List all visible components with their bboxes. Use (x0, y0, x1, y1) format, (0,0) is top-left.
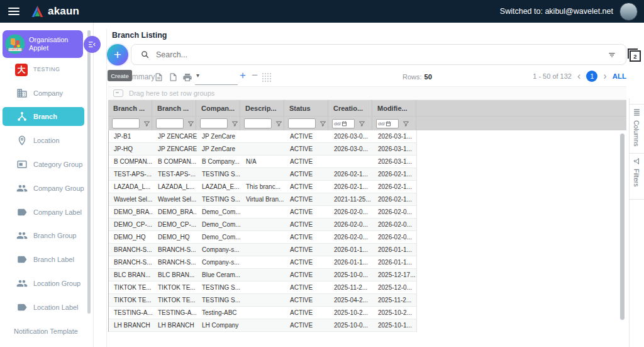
column-header-5[interactable]: Creatio... (328, 100, 372, 116)
pagination-range: 1 - 50 of 132 (533, 72, 572, 80)
table-row-11[interactable]: BLC BRAN...BLC BRAN...Blue Ceram...ACTIV… (109, 269, 416, 282)
table-cell: 2026-03-0... (329, 130, 373, 142)
table-row-14[interactable]: TESTING-A...TESTING-A...Testing-ABCACTIV… (109, 307, 416, 319)
table-row-9[interactable]: BRANCH-S...BRANCH-S...Company-s...ACTIVE… (109, 244, 416, 256)
filter-input-0[interactable] (112, 118, 140, 128)
table-row-15[interactable]: LH BRANCHLH BRANCHLH CompanyACTIVE2025-1… (109, 319, 416, 332)
sidebar-item-company-label[interactable]: Company Label (0, 200, 93, 224)
sidebar-item-label: Company Group (33, 185, 84, 192)
zoom-out-icon[interactable]: − (252, 69, 258, 82)
tab-filters[interactable]: Filters (630, 153, 644, 200)
search-input[interactable] (155, 50, 602, 60)
page-size-select[interactable]: ▾ (195, 69, 238, 85)
sidebar-item-label: Location Group (33, 280, 80, 287)
row-group-drop-zone[interactable]: Drag here to set row groups (108, 86, 626, 100)
sidebar-item-label: TESTING (33, 66, 60, 72)
sidebar-item-location[interactable]: Location (0, 128, 93, 152)
prev-page-icon[interactable]: ‹ (577, 71, 580, 82)
filter-funnel-icon[interactable] (358, 120, 365, 127)
sidebar-item-company-group[interactable]: Company Group (0, 176, 93, 200)
sidebar-item-label: Location (33, 137, 60, 144)
sidebar-item-branch[interactable]: Branch (0, 105, 93, 129)
table-row-2[interactable]: B COMPAN...B COMPAN...B Company...N/AACT… (109, 156, 416, 168)
filter-funnel-icon[interactable] (187, 120, 194, 127)
export-summary-icon[interactable] (154, 72, 164, 82)
hamburger-menu-icon[interactable] (8, 8, 19, 15)
columns-icon (633, 108, 641, 117)
filter-funnel-icon[interactable] (275, 120, 282, 127)
create-button[interactable]: + (107, 44, 128, 65)
brand-name: akaun (48, 5, 79, 18)
sidebar-item-notification-template[interactable]: Notification Template (0, 319, 93, 343)
filter-funnel-icon[interactable] (143, 120, 150, 127)
label-icon (16, 254, 28, 265)
table-cell: 2026-03-1... (373, 130, 417, 142)
table-row-3[interactable]: TEST-APS-...TEST-APS-...TESTING S...ACTI… (109, 168, 416, 181)
table-cell: N/A (241, 156, 285, 168)
table-row-7[interactable]: DEMO_CP-...DEMO_CP-...Demo_Com...ACTIVE2… (109, 219, 416, 231)
table-cell: ACTIVE (285, 282, 329, 293)
date-filter-input-5[interactable]: dd/ (332, 119, 355, 128)
akaun-logo[interactable]: akaun (31, 5, 79, 18)
table-scrollbar[interactable] (620, 134, 625, 320)
sidebar-scrollbar[interactable] (87, 30, 91, 314)
table-row-12[interactable]: TIKTOK TE...TIKTOK TE...TESTING S...ACTI… (109, 282, 416, 294)
filter-list-icon[interactable] (607, 50, 617, 60)
sidebar-collapse-button[interactable] (84, 36, 101, 53)
table-row-4[interactable]: LAZADA_L...LAZADA_L...LAZADA_E...This br… (109, 181, 416, 193)
user-avatar[interactable] (619, 3, 638, 21)
table-row-10[interactable]: BRANCH-S...BRANCH-S...Company-s...ACTIVE… (109, 256, 416, 269)
sidebar-item-location-group[interactable]: Location Group (0, 271, 93, 295)
table-cell: 2025-12-17... (373, 269, 417, 281)
filter-input-2[interactable] (200, 118, 228, 128)
filter-funnel-icon[interactable] (319, 120, 326, 127)
pivot-grid-icon[interactable] (262, 72, 272, 82)
sidebar-item-branch-group[interactable]: Branch Group (0, 224, 93, 248)
sidebar-item-category-group[interactable]: Category Group (0, 152, 93, 176)
table-row-13[interactable]: TIKTOK TE...TIKTOK TE...TESTING S...ACTI… (109, 294, 416, 307)
column-header-6[interactable]: Modifie... (372, 100, 416, 116)
filter-input-3[interactable] (244, 118, 272, 128)
switch-view-icon[interactable]: 2 (630, 50, 641, 62)
table-cell: Demo_Com... (197, 206, 241, 218)
date-filter-input-6[interactable]: dd/ (376, 119, 399, 128)
toolbar: Summary Create ▾ + − Rows:50 1 - 50 of 1… (93, 69, 644, 86)
sidebar-item-testing[interactable]: 大TESTING (0, 57, 93, 81)
table-row-6[interactable]: DEMO_BRA...DEMO_BRA...Demo_Com...ACTIVE2… (109, 206, 416, 219)
table-row-0[interactable]: JP-B1JP ZENCAREJP ZenCareACTIVE2026-03-0… (109, 130, 416, 143)
applet-header[interactable]: ORGANIZATION Organisation Applet (3, 30, 83, 58)
table-cell: Blue Ceram... (197, 269, 241, 281)
column-header-1[interactable]: Branch ... (152, 100, 196, 116)
column-header-4[interactable]: Status (284, 100, 328, 116)
table-row-1[interactable]: JP-HQJP ZENCAREJP ZenCareACTIVE2026-03-0… (109, 143, 416, 156)
column-header-0[interactable]: Branch ... (108, 100, 152, 116)
table-cell: This branc... (241, 181, 285, 193)
column-header-2[interactable]: Compan... (196, 100, 240, 116)
chevron-down-icon: ▾ (196, 72, 199, 79)
table-cell: BLC BRAN... (109, 269, 153, 281)
column-header-3[interactable]: Descrip... (240, 100, 284, 116)
current-page-button[interactable]: 1 (586, 71, 597, 82)
print-icon[interactable] (182, 72, 192, 82)
tab-columns[interactable]: Columns (630, 104, 644, 150)
zoom-in-icon[interactable]: + (240, 69, 246, 82)
sidebar-item-branch-label[interactable]: Branch Label (0, 247, 93, 271)
table-cell (241, 231, 285, 243)
filter-funnel-icon[interactable] (402, 120, 409, 127)
table-row-5[interactable]: Wavelet Sel...Wavelet Sel...TESTING S...… (109, 193, 416, 206)
sidebar-item-company[interactable]: Company (0, 81, 93, 105)
table-cell: DEMO_CP-... (109, 219, 153, 230)
filter-input-4[interactable] (288, 118, 316, 128)
export-file-icon[interactable] (169, 72, 178, 82)
next-page-icon[interactable]: › (603, 71, 606, 82)
table-cell: B COMPAN... (153, 156, 197, 168)
sidebar-item-location-label[interactable]: Location Label (0, 295, 93, 319)
filter-input-1[interactable] (156, 118, 184, 128)
show-all-button[interactable]: ALL (613, 72, 626, 80)
table-cell: 2026-03-1... (373, 156, 417, 168)
filter-funnel-icon[interactable] (231, 120, 238, 127)
filter-cell-6: dd/ (372, 117, 416, 130)
table-row-8[interactable]: DEMO_HQDEMO_HQDemo_Com...ACTIVE2026-02-0… (109, 231, 416, 244)
table-cell: 2026-01-1... (373, 244, 417, 256)
table-cell: TESTING S... (197, 294, 241, 306)
